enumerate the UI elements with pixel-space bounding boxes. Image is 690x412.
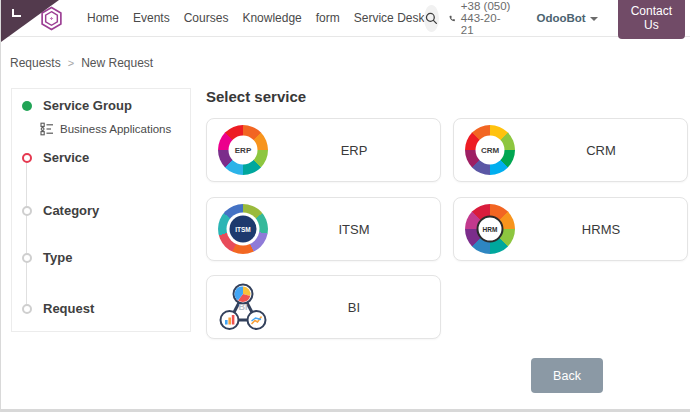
nav-item-courses[interactable]: Courses	[184, 11, 229, 25]
breadcrumb-separator: >	[68, 57, 74, 69]
step-service[interactable]: Service	[12, 150, 89, 165]
step-service-group[interactable]: Service Group	[12, 98, 132, 113]
erp-wheel-icon: ERP	[218, 125, 268, 175]
nav-menu: Home Events Courses Knowledge form Servi…	[87, 11, 424, 25]
step-label: Service Group	[43, 98, 132, 113]
bi-diagram-icon: BI	[218, 282, 268, 332]
page: Home Events Courses Knowledge form Servi…	[0, 0, 690, 412]
user-name: OdooBot	[536, 12, 585, 24]
service-card-label: ERP	[268, 143, 440, 158]
contact-us-button[interactable]: Contact Us	[618, 0, 685, 39]
nav-item-home[interactable]: Home	[87, 11, 119, 25]
step-todo-dot-icon	[22, 253, 32, 263]
step-todo-dot-icon	[22, 304, 32, 314]
service-card-itsm[interactable]: ITSM ITSM	[206, 197, 441, 261]
itsm-wheel-icon: ITSM	[218, 204, 268, 254]
hierarchy-icon	[40, 122, 54, 136]
phone-link[interactable]: +38 (050) 443-20-21	[449, 0, 512, 36]
breadcrumb-new-request: New Request	[81, 56, 153, 70]
wizard-steps-panel: Service Group Business Applications Serv…	[11, 88, 191, 332]
step-category[interactable]: Category	[12, 203, 99, 218]
crm-wheel-icon: CRM	[465, 125, 515, 175]
step-todo-dot-icon	[22, 206, 32, 216]
selected-service-group-label: Business Applications	[60, 123, 171, 135]
nav-item-form[interactable]: form	[316, 11, 340, 25]
selected-service-group[interactable]: Business Applications	[40, 122, 171, 136]
bi-icon-label: BI	[239, 302, 248, 312]
breadcrumb: Requests > New Request	[10, 56, 153, 70]
search-button[interactable]	[424, 5, 439, 32]
hrms-wheel-icon: HRM	[465, 204, 515, 254]
step-label: Service	[43, 150, 89, 165]
step-label: Category	[43, 203, 99, 218]
nav-right: +38 (050) 443-20-21 OdooBot Contact Us	[424, 0, 685, 39]
breadcrumb-requests[interactable]: Requests	[10, 56, 61, 70]
step-connector-line	[26, 163, 27, 311]
step-current-dot-icon	[22, 153, 32, 163]
user-menu[interactable]: OdooBot	[536, 12, 597, 24]
service-card-label: ITSM	[268, 222, 440, 237]
crm-wheel-center: CRM	[476, 136, 505, 165]
service-card-label: BI	[268, 300, 440, 315]
page-title: Select service	[206, 88, 306, 105]
itsm-wheel-center: ITSM	[227, 213, 260, 246]
step-label: Request	[43, 301, 94, 316]
service-card-hrms[interactable]: HRM HRMS	[453, 197, 688, 261]
hrms-wheel-center: HRM	[477, 216, 504, 243]
service-card-label: CRM	[515, 143, 687, 158]
search-icon	[424, 11, 439, 26]
nav-item-events[interactable]: Events	[133, 11, 170, 25]
step-label: Type	[43, 250, 72, 265]
nav-item-service-desk[interactable]: Service Desk	[354, 11, 425, 25]
erp-wheel-center: ERP	[229, 136, 258, 165]
phone-icon	[449, 12, 455, 25]
nav-item-knowledge[interactable]: Knowledge	[242, 11, 301, 25]
service-card-crm[interactable]: CRM CRM	[453, 118, 688, 182]
corner-arrow-icon	[12, 9, 21, 17]
service-card-erp[interactable]: ERP ERP	[206, 118, 441, 182]
back-button[interactable]: Back	[531, 358, 603, 393]
step-done-dot-icon	[22, 101, 32, 111]
chevron-down-icon	[590, 17, 598, 21]
step-request[interactable]: Request	[12, 301, 94, 316]
step-type[interactable]: Type	[12, 250, 72, 265]
navbar: Home Events Courses Knowledge form Servi…	[1, 0, 690, 37]
phone-number: +38 (050) 443-20-21	[461, 0, 513, 36]
service-card-bi[interactable]: BI BI	[206, 275, 441, 339]
service-card-label: HRMS	[515, 222, 687, 237]
